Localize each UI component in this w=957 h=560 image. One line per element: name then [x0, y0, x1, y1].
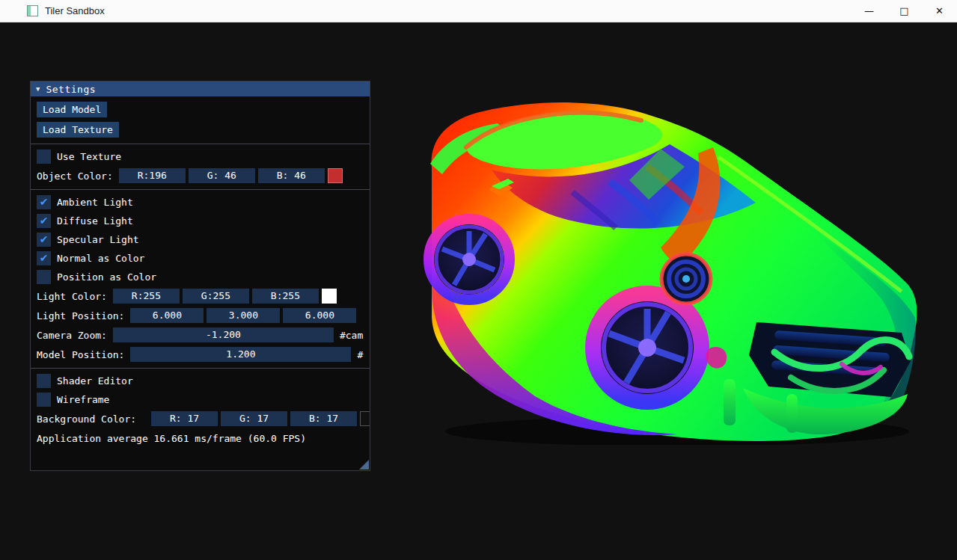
model-position-slider[interactable]: 1.200 — [130, 347, 351, 362]
light-color-row: Light Color: R:255 G:255 B:255 — [37, 289, 364, 304]
diffuse-light-label: Diffuse Light — [57, 215, 133, 227]
camera-zoom-label: Camera Zoom: — [37, 330, 107, 341]
load-texture-row: Load Texture — [37, 122, 364, 138]
minimize-button[interactable]: — — [851, 0, 887, 22]
wireframe-row: Wireframe — [37, 393, 364, 407]
background-color-swatch[interactable] — [360, 411, 370, 426]
front-grille — [749, 322, 911, 397]
position-as-color-row: Position as Color — [37, 270, 364, 284]
ambient-light-checkbox[interactable] — [37, 195, 51, 209]
wireframe-label: Wireframe — [57, 394, 109, 405]
app-window: Tiler Sandbox — □ ✕ ▼ Settings Load Mode… — [0, 0, 957, 560]
light-color-b-field[interactable]: B:255 — [252, 289, 319, 304]
viewport-3d[interactable] — [423, 101, 917, 445]
object-color-g-field[interactable]: G: 46 — [189, 168, 255, 183]
use-texture-label: Use Texture — [57, 151, 121, 162]
background-color-r-field[interactable]: R: 17 — [151, 411, 218, 426]
headlight — [661, 254, 711, 304]
load-model-row: Load Model — [37, 102, 364, 117]
object-color-r-field[interactable]: R:196 — [119, 168, 186, 183]
frame-stats-text: Application average 16.661 ms/frame (60.… — [37, 433, 364, 444]
background-color-label: Background Color: — [37, 413, 136, 425]
background-color-row: Background Color: R: 17 G: 17 B: 17 — [37, 411, 364, 426]
settings-panel-body: Load Model Load Texture Use Texture Obje… — [31, 96, 370, 450]
model-position-suffix: # — [357, 349, 363, 360]
shader-editor-checkbox[interactable] — [37, 374, 51, 388]
object-color-swatch[interactable] — [328, 168, 343, 183]
model-position-row: Model Position: 1.200 # — [37, 347, 364, 362]
object-color-row: Object Color: R:196 G: 46 B: 46 — [37, 168, 364, 183]
light-color-r-field[interactable]: R:255 — [113, 289, 180, 304]
window-controls: — □ ✕ — [851, 0, 957, 22]
shader-editor-row: Shader Editor — [37, 374, 364, 388]
shader-editor-label: Shader Editor — [57, 375, 133, 387]
wireframe-checkbox[interactable] — [37, 393, 51, 407]
app-icon — [27, 5, 38, 16]
close-button[interactable]: ✕ — [922, 0, 957, 22]
normal-as-color-row: Normal as Color — [37, 251, 364, 265]
light-position-z-field[interactable]: 6.000 — [283, 308, 356, 323]
window-title: Tiler Sandbox — [45, 5, 105, 16]
camera-zoom-slider[interactable]: -1.200 — [113, 327, 334, 342]
light-position-label: Light Position: — [37, 310, 124, 321]
front-wheel — [593, 294, 701, 401]
position-as-color-label: Position as Color — [57, 271, 156, 283]
model-position-label: Model Position: — [37, 349, 124, 360]
background-color-g-field[interactable]: G: 17 — [221, 411, 287, 426]
car-model — [423, 101, 917, 445]
rear-wheel — [429, 219, 510, 300]
light-position-row: Light Position: 6.000 3.000 6.000 — [37, 308, 364, 323]
separator — [31, 144, 370, 144]
resize-grip[interactable] — [359, 460, 369, 470]
use-texture-row: Use Texture — [37, 150, 364, 164]
normal-as-color-checkbox[interactable] — [37, 251, 51, 265]
light-color-g-field[interactable]: G:255 — [183, 289, 249, 304]
camera-zoom-row: Camera Zoom: -1.200 #cam — [37, 327, 364, 342]
separator — [31, 368, 370, 369]
use-texture-checkbox[interactable] — [37, 150, 51, 164]
settings-panel-header[interactable]: ▼ Settings — [31, 81, 370, 96]
light-color-swatch[interactable] — [322, 289, 337, 304]
camera-zoom-suffix: #cam — [340, 330, 363, 341]
object-color-b-field[interactable]: B: 46 — [258, 168, 325, 183]
separator — [31, 189, 370, 190]
ambient-light-row: Ambient Light — [37, 195, 364, 209]
light-color-label: Light Color: — [37, 291, 107, 302]
load-texture-button[interactable]: Load Texture — [37, 122, 119, 138]
collapse-arrow-icon[interactable]: ▼ — [36, 85, 40, 93]
maximize-button[interactable]: □ — [887, 0, 922, 22]
light-position-x-field[interactable]: 6.000 — [130, 308, 204, 323]
settings-panel-title: Settings — [46, 84, 96, 95]
object-color-label: Object Color: — [37, 170, 113, 182]
diffuse-light-checkbox[interactable] — [37, 214, 51, 228]
specular-light-label: Specular Light — [57, 234, 139, 245]
ambient-light-label: Ambient Light — [57, 197, 133, 208]
position-as-color-checkbox[interactable] — [37, 270, 51, 284]
background-color-b-field[interactable]: B: 17 — [290, 411, 357, 426]
specular-light-row: Specular Light — [37, 233, 364, 247]
specular-light-checkbox[interactable] — [37, 233, 51, 247]
titlebar: Tiler Sandbox — □ ✕ — [0, 0, 957, 22]
light-position-y-field[interactable]: 3.000 — [207, 308, 280, 323]
normal-as-color-label: Normal as Color — [57, 253, 144, 264]
settings-panel: ▼ Settings Load Model Load Texture Use T… — [30, 81, 370, 471]
load-model-button[interactable]: Load Model — [37, 102, 107, 117]
diffuse-light-row: Diffuse Light — [37, 214, 364, 228]
